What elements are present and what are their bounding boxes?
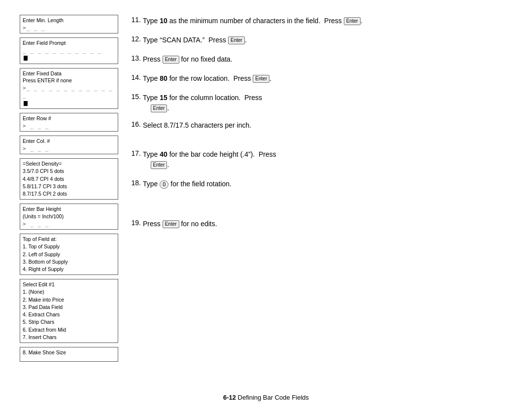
right-column: 11. Type 10 as the minimum number of cha… [128, 15, 512, 362]
footer-text: Defining Bar Code Fields [236, 394, 309, 401]
step-12: 12. Type “SCAN DATA.” Press Enter. [128, 35, 512, 45]
select-edit-box: Select Edit #1 1. (None) 2. Make into Pr… [20, 279, 118, 343]
footer: 6-12 Defining Bar Code Fields [0, 394, 532, 401]
select-edit-option-5: 5. Strip Chars [23, 318, 115, 326]
density-option-3: 5.8/11.7 CPI 3 dots [23, 183, 115, 190]
enter-row-title: Enter Row # [23, 115, 115, 122]
step-11-num: 11. [128, 16, 143, 24]
step-13-num: 13. [128, 54, 143, 62]
step-13: 13. Press Enter for no fixed data. [128, 54, 512, 65]
step-19: 19. Press Enter for no edits. [128, 219, 512, 229]
cursor-block-2 [24, 101, 28, 106]
select-density-title: =Select Density= [23, 160, 115, 168]
enter-key-15: Enter [151, 104, 167, 112]
step-12-num: 12. [128, 35, 143, 43]
step-12-text: Type “SCAN DATA.” Press Enter. [143, 35, 512, 45]
density-option-2: 4.4/8.7 CPI 4 dots [23, 175, 115, 183]
field-prompt-title: Enter Field Prompt [23, 39, 115, 47]
bar-height-subtitle: (Units = Inch/100) [23, 213, 115, 220]
density-option-1: 3.5/7.0 CPI 5 dots [23, 168, 115, 175]
enter-row-content: > _ _ _ [23, 122, 115, 130]
density-option-4: 8.7/17.5 CPI 2 dots [23, 190, 115, 198]
select-edit-option-6: 6. Extract from Mid [23, 326, 115, 334]
step-19-num: 19. [128, 219, 143, 227]
footer-num: 6-12 [223, 394, 236, 401]
cursor-block-1 [24, 56, 28, 61]
fixed-data-box: Enter Fixed Data Press ENTER if none >_ … [20, 68, 118, 109]
top-of-field-option-2: 2. Left of Supply [23, 251, 115, 258]
enter-col-box: Enter Col. # > _ _ _ [20, 136, 118, 154]
zero-key-18: 0 [160, 180, 168, 189]
step-16-num: 16. [128, 120, 143, 128]
step-18-text: Type 0 for the field rotation. [143, 179, 512, 189]
step-15-text: Type 15 for the column location. Press E… [143, 93, 512, 113]
step-19-text: Press Enter for no edits. [143, 219, 512, 229]
step-16-text: Select 8.7/17.5 characters per inch. [143, 120, 512, 131]
select-edit-option-1: 1. (None) [23, 288, 115, 296]
field-prompt-box: Enter Field Prompt _ _ _ _ _ _ _ _ _ _ _ [20, 37, 118, 64]
min-length-box: Enter Min. Length >_ _ _ [20, 15, 118, 34]
enter-key-13: Enter [163, 56, 179, 64]
enter-key-14: Enter [253, 75, 269, 83]
step-15: 15. Type 15 for the column location. Pre… [128, 93, 512, 113]
enter-key-17: Enter [151, 161, 167, 169]
bar-height-content: > _ _ _ [23, 220, 115, 228]
select-edit-option-4: 4. Extract Chars [23, 311, 115, 318]
enter-col-title: Enter Col. # [23, 137, 115, 145]
make-shoe-title: 8. Make Shoe Size [23, 349, 115, 356]
left-column: Enter Min. Length >_ _ _ Enter Field Pro… [20, 15, 118, 362]
enter-col-content: > _ _ _ [23, 145, 115, 152]
step-13-text: Press Enter for no fixed data. [143, 54, 512, 65]
select-edit-title: Select Edit #1 [23, 281, 115, 288]
step-17: 17. Type 40 for the bar code height (.4”… [128, 149, 512, 170]
step-14-text: Type 80 for the row location. Press Ente… [143, 73, 512, 84]
step-18-num: 18. [128, 179, 143, 187]
select-edit-option-2: 2. Make into Price [23, 296, 115, 304]
min-length-content: >_ _ _ [23, 24, 115, 32]
top-of-field-option-1: 1. Top of Supply [23, 243, 115, 250]
select-density-box: =Select Density= 3.5/7.0 CPI 5 dots 4.4/… [20, 158, 118, 200]
step-17-num: 17. [128, 149, 143, 157]
step-14: 14. Type 80 for the row location. Press … [128, 73, 512, 84]
select-edit-option-3: 3. Pad Data Field [23, 304, 115, 311]
step-17-text: Type 40 for the bar code height (.4”). P… [143, 149, 512, 170]
min-length-title: Enter Min. Length [23, 17, 115, 24]
top-of-field-title: Top of Field at: [23, 236, 115, 243]
enter-row-box: Enter Row # > _ _ _ [20, 113, 118, 132]
step-16: 16. Select 8.7/17.5 characters per inch. [128, 120, 512, 131]
top-of-field-option-4: 4. Right of Supply [23, 266, 115, 273]
field-prompt-dashes: _ _ _ _ _ _ _ _ _ _ _ [23, 47, 115, 54]
make-shoe-box: 8. Make Shoe Size [20, 347, 118, 362]
top-of-field-option-3: 3. Bottom of Supply [23, 258, 115, 266]
top-of-field-box: Top of Field at: 1. Top of Supply 2. Lef… [20, 234, 118, 275]
fixed-data-subtitle: Press ENTER if none [23, 77, 115, 84]
enter-key-19: Enter [163, 220, 179, 228]
step-18: 18. Type 0 for the field rotation. [128, 179, 512, 189]
step-14-num: 14. [128, 73, 143, 81]
bar-height-title: Enter Bar Height [23, 206, 115, 213]
step-11-text: Type 10 as the minimum number of charact… [143, 16, 512, 26]
fixed-data-content: >_ _ _ _ _ _ _ _ _ _ _ _ _ [23, 84, 115, 100]
fixed-data-title: Enter Fixed Data [23, 70, 115, 77]
enter-key-11: Enter [344, 17, 361, 25]
page-container: Enter Min. Length >_ _ _ Enter Field Pro… [0, 0, 532, 377]
step-11: 11. Type 10 as the minimum number of cha… [128, 16, 512, 26]
select-edit-option-7: 7. Insert Chars [23, 334, 115, 341]
bar-height-box: Enter Bar Height (Units = Inch/100) > _ … [20, 204, 118, 230]
enter-key-12: Enter [228, 36, 245, 44]
step-15-num: 15. [128, 93, 143, 101]
